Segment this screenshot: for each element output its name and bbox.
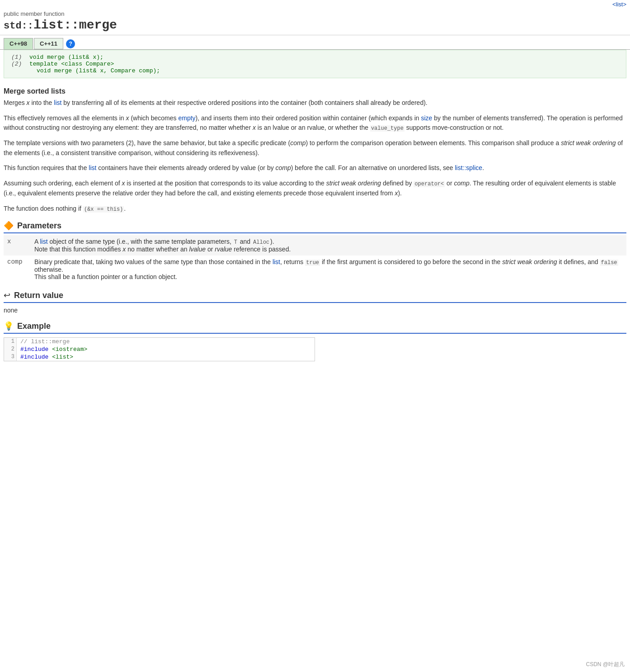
param-x-desc: A list object of the same type (i.e., wi… [31,235,626,256]
rvalue-italic: rvalue [215,246,232,253]
x-italic-5b: x [395,189,398,197]
std-prefix: std:: [4,20,33,32]
swo-italic-comp: strict weak ordering [502,258,557,265]
line-code-3: #include <list> [17,353,77,361]
parameters-heading: Parameters [17,221,61,231]
tab-cpp98[interactable]: C++98 [4,38,33,49]
x-italic: x [27,99,30,106]
list-link[interactable]: <list> [612,1,626,8]
parameters-icon: 🔶 [4,221,14,231]
example-section-header: 💡 Example [4,321,626,334]
line-num-2: 2 [4,345,17,353]
tab-cpp11[interactable]: C++11 [34,38,63,49]
lvalue-italic: lvalue [189,246,206,253]
signature-line-2: (2) template <class Compare> [11,61,619,67]
x-italic-3: x [253,124,256,131]
function-name: list::merge [33,18,117,32]
line-code-1: // list::merge [17,338,73,345]
signature-line-2b: void merge (list& x, Compare comp); [11,67,619,74]
sig-code-1: void merge (list& x); [29,54,103,61]
example-line-3: 3 #include <list> [4,353,315,361]
param-x-row: x A list object of the same type (i.e., … [4,235,626,256]
list-link-pcomp[interactable]: list [273,258,280,265]
x-italic-px: x [122,246,126,253]
help-icon[interactable]: ? [66,39,75,48]
merge-sorted-heading: Merge sorted lists [4,87,626,95]
sig-code-2a: template <class Compare> [29,61,114,67]
public-member-label: public member function [4,10,626,17]
comp-italic-1: comp [290,139,306,147]
false-code: false [600,260,618,266]
list-link-p4[interactable]: list [89,164,96,171]
x-italic-2: x [126,114,129,122]
para-1: Merges x into the list by transferring a… [4,98,626,108]
example-line-2: 2 #include <iostream> [4,345,315,353]
para-6: The function does nothing if (&x == this… [4,204,626,214]
example-line-1: 1 // list::merge [4,338,315,345]
top-bar: <list> [0,0,630,9]
example-icon: 💡 [4,321,14,331]
example-code-block: 1 // list::merge 2 #include <iostream> 3… [4,337,315,361]
param-comp-desc: Binary predicate that, taking two values… [31,256,626,283]
watermark: CSDN @叶超凡 [586,661,625,668]
swo-italic-1: strict weak ordering [561,139,616,147]
Alloc-code: Alloc [252,239,270,246]
parameters-table: x A list object of the same type (i.e., … [4,235,626,283]
true-code: true [305,260,320,266]
splice-link[interactable]: list::splice [455,164,482,171]
page-title: std::list::merge [4,18,626,32]
para-4: This function requires that the list con… [4,163,626,173]
param-comp-name: comp [4,256,31,283]
T-code: T [233,239,238,246]
empty-link[interactable]: empty [178,114,195,122]
value-type-code: value_type [370,125,404,132]
example-heading: Example [17,322,51,331]
sig-code-2b: void merge (list& x, Compare comp); [29,67,160,74]
page-title-section: public member function std::list::merge [0,9,630,35]
return-icon: ↩ [4,290,10,300]
sig-num-2b [11,67,22,74]
comp-italic-3: comp [454,180,469,187]
x-italic-5: x [122,180,125,187]
para-3: The template versions with two parameter… [4,138,626,158]
this-check-code: (&x == this) [83,206,124,213]
size-link[interactable]: size [421,114,432,122]
list-link-px[interactable]: list [40,238,47,245]
signature-line-1: (1) void merge (list& x); [11,54,619,61]
comp-italic-2: comp [276,164,291,171]
para-2: This effectively removes all the element… [4,114,626,133]
list-link-p1[interactable]: list [54,99,61,106]
sig-num-2: (2) [11,61,22,67]
swo-italic-2: strict weak ordering [326,180,381,187]
para-5: Assuming such ordering, each element of … [4,179,626,198]
return-section-header: ↩ Return value [4,290,626,303]
param-x-name: x [4,235,31,256]
line-num-1: 1 [4,338,17,345]
line-code-2: #include <iostream> [17,345,91,353]
return-heading: Return value [14,291,63,300]
tabs-row: C++98 C++11 ? [0,35,630,50]
line-num-3: 3 [4,353,17,361]
param-comp-row: comp Binary predicate that, taking two v… [4,256,626,283]
operator-lt-code: operator< [414,181,445,187]
return-value: none [4,307,626,314]
parameters-section-header: 🔶 Parameters [4,221,626,233]
sig-num-1: (1) [11,54,22,61]
main-content: Merge sorted lists Merges x into the lis… [0,78,630,369]
code-signatures: (1) void merge (list& x); (2) template <… [4,50,626,78]
